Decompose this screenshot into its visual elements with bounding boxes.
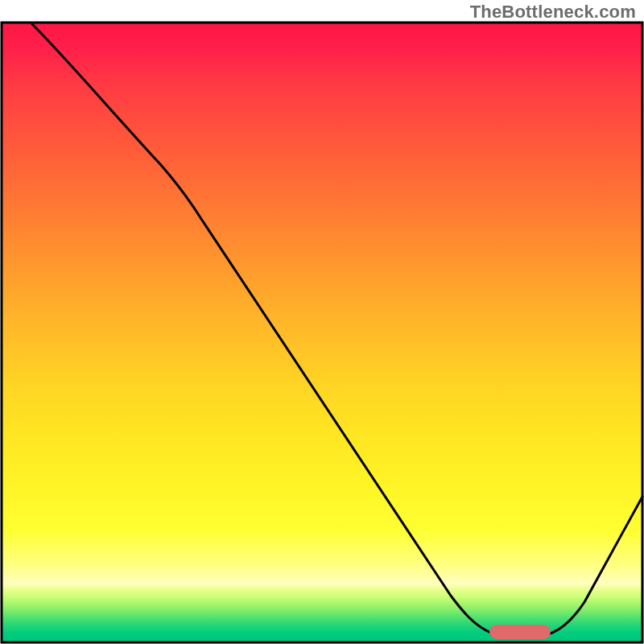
optimal-marker	[489, 625, 551, 639]
plot-area	[2, 23, 642, 642]
bottleneck-chart	[0, 0, 644, 644]
watermark-text: TheBottleneck.com	[470, 2, 636, 23]
gradient-background	[2, 23, 642, 642]
chart-container: TheBottleneck.com	[0, 0, 644, 644]
